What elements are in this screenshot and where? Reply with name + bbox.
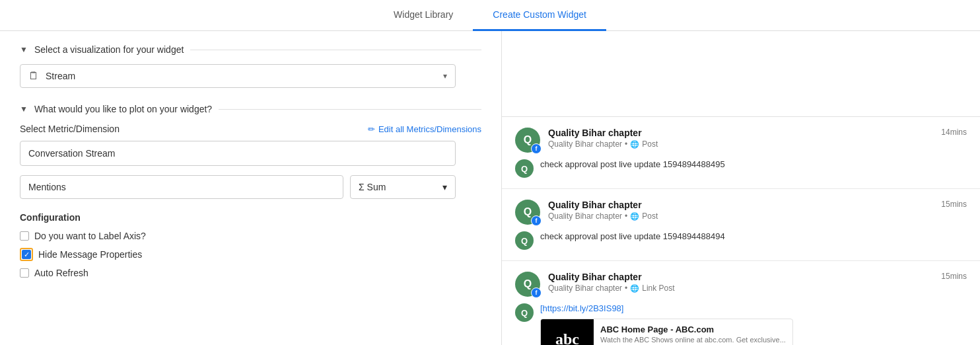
conv-message-row-2: Q check approval post live update 159489… — [515, 231, 967, 250]
stream-icon: 🗒 — [28, 70, 39, 82]
select-metric-label: Select Metric/Dimension — [20, 124, 120, 134]
section1-title: Select a visualization for your widget — [34, 44, 184, 55]
hide-message-row: Hide Message Properties — [20, 248, 481, 261]
section2-divider — [219, 109, 481, 110]
hide-message-highlight — [20, 248, 33, 261]
conv-sub-type-2: Post — [642, 211, 658, 221]
conv-message-row-3: Q [https://bit.ly/2B3IS98] abc ABC Home … — [515, 303, 967, 345]
conv-header-1: Q f Quality Bihar chapter Quality Bihar … — [515, 128, 967, 153]
visualization-section-header: ▼ Select a visualization for your widget — [20, 44, 481, 55]
mentions-dropdown[interactable]: Mentions — [20, 175, 343, 199]
auto-refresh-row: Auto Refresh — [20, 268, 481, 278]
metric-row: Mentions Σ Sum ▾ — [20, 175, 456, 199]
avatar-container-2: Q f — [515, 200, 540, 225]
visualization-section: ▼ Select a visualization for your widget… — [20, 44, 481, 88]
conversation-item-3: Q f Quality Bihar chapter Quality Bihar … — [502, 261, 980, 345]
preview-empty-area — [502, 31, 980, 117]
facebook-badge-letter-2: f — [536, 217, 538, 224]
auto-refresh-checkbox[interactable] — [20, 268, 29, 278]
conv-info-3: Quality Bihar chapter Quality Bihar chap… — [548, 272, 941, 293]
abc-logo-text: abc — [555, 330, 579, 346]
conv-name-1: Quality Bihar chapter — [548, 128, 941, 138]
facebook-badge-1: f — [531, 143, 542, 154]
avatar-container-1: Q f — [515, 128, 540, 153]
section1-arrow[interactable]: ▼ — [20, 45, 28, 54]
conv-message-2: check approval post live update 15948944… — [540, 231, 725, 241]
dot-sep-1: • — [625, 139, 627, 149]
conv-header-2: Q f Quality Bihar chapter Quality Bihar … — [515, 200, 967, 225]
tab-widget-library[interactable]: Widget Library — [374, 0, 473, 31]
pencil-icon: ✏ — [368, 124, 375, 134]
link-preview[interactable]: abc ABC Home Page - ABC.com Watch the AB… — [540, 319, 793, 345]
link-preview-text: ABC Home Page - ABC.com Watch the ABC Sh… — [594, 319, 792, 345]
conv-time-1: 14mins — [941, 128, 967, 137]
edit-link-text: Edit all Metrics/Dimensions — [378, 124, 481, 134]
dot-sep-3: • — [625, 284, 627, 293]
conv-time-3: 15mins — [941, 272, 967, 281]
conv-sub-type-3: Link Post — [642, 284, 674, 293]
visualization-dropdown[interactable]: 🗒 Stream ▾ — [20, 64, 456, 88]
sum-label: Σ Sum — [359, 182, 386, 192]
conv-message-1: check approval post live update 15948944… — [540, 159, 725, 169]
sum-chevron-icon: ▾ — [442, 182, 447, 192]
label-axis-label: Do you want to Label Axis? — [34, 231, 146, 241]
hide-message-checkbox[interactable] — [22, 250, 31, 259]
globe-icon-3: 🌐 — [630, 284, 639, 293]
conv-sub-2: Quality Bihar chapter • 🌐 Post — [548, 211, 941, 221]
globe-icon-1: 🌐 — [630, 140, 639, 149]
conv-info-2: Quality Bihar chapter Quality Bihar chap… — [548, 200, 941, 221]
conv-name-3: Quality Bihar chapter — [548, 272, 941, 282]
label-axis-checkbox[interactable] — [20, 231, 29, 241]
conv-message-3[interactable]: [https://bit.ly/2B3IS98] — [540, 303, 793, 313]
sum-dropdown[interactable]: Σ Sum ▾ — [350, 175, 456, 199]
link-title: ABC Home Page - ABC.com — [600, 325, 786, 334]
dot-sep-2: • — [625, 211, 627, 221]
facebook-badge-letter-3: f — [536, 289, 538, 296]
tab-create-custom[interactable]: Create Custom Widget — [473, 0, 606, 31]
conv-sub-name-1: Quality Bihar chapter — [548, 139, 622, 149]
section1-divider — [190, 50, 481, 50]
label-axis-row: Do you want to Label Axis? — [20, 231, 481, 241]
metric-label-row: Select Metric/Dimension ✏ Edit all Metri… — [20, 124, 481, 134]
facebook-badge-letter-1: f — [536, 145, 538, 152]
configuration-title: Configuration — [20, 212, 481, 223]
avatar-container-3: Q f — [515, 272, 540, 297]
abc-logo-image: abc — [541, 319, 594, 345]
section2-arrow[interactable]: ▼ — [20, 104, 28, 114]
hide-message-label: Hide Message Properties — [38, 249, 142, 260]
conv-message-row-1: Q check approval post live update 159489… — [515, 159, 967, 178]
edit-metrics-link[interactable]: ✏ Edit all Metrics/Dimensions — [368, 124, 481, 134]
conv-info-1: Quality Bihar chapter Quality Bihar chap… — [548, 128, 941, 149]
section2-title: What would you like to plot on your widg… — [34, 104, 212, 114]
globe-icon-2: 🌐 — [630, 212, 639, 221]
mentions-label: Mentions — [28, 182, 66, 192]
conversation-item-1: Q f Quality Bihar chapter Quality Bihar … — [502, 117, 980, 189]
conv-sub-3: Quality Bihar chapter • 🌐 Link Post — [548, 284, 941, 293]
conv-sub-type-1: Post — [642, 139, 658, 149]
conv-header-3: Q f Quality Bihar chapter Quality Bihar … — [515, 272, 967, 297]
conv-name-2: Quality Bihar chapter — [548, 200, 941, 210]
main-layout: ▼ Select a visualization for your widget… — [0, 31, 980, 345]
conv-time-2: 15mins — [941, 200, 967, 209]
msg-avatar-1: Q — [515, 159, 534, 178]
auto-refresh-label: Auto Refresh — [34, 268, 88, 278]
left-panel: ▼ Select a visualization for your widget… — [0, 31, 502, 345]
conv-sub-1: Quality Bihar chapter • 🌐 Post — [548, 139, 941, 149]
facebook-badge-3: f — [531, 288, 542, 298]
facebook-badge-2: f — [531, 215, 542, 226]
top-tabs: Widget Library Create Custom Widget — [0, 0, 980, 31]
msg-avatar-3: Q — [515, 303, 534, 322]
right-panel: Q f Quality Bihar chapter Quality Bihar … — [502, 31, 980, 345]
viz-label: Stream — [46, 71, 443, 81]
plot-section-header: ▼ What would you like to plot on your wi… — [20, 104, 481, 114]
conversation-stream-value: Conversation Stream — [20, 141, 456, 166]
link-desc: Watch the ABC Shows online at abc.com. G… — [600, 336, 786, 344]
conv-sub-name-3: Quality Bihar chapter — [548, 284, 622, 293]
chevron-down-icon: ▾ — [443, 71, 447, 81]
conv-sub-name-2: Quality Bihar chapter — [548, 211, 622, 221]
conversation-item-2: Q f Quality Bihar chapter Quality Bihar … — [502, 189, 980, 261]
msg-avatar-2: Q — [515, 231, 534, 250]
configuration-section: Configuration Do you want to Label Axis?… — [20, 212, 481, 278]
plot-section: ▼ What would you like to plot on your wi… — [20, 104, 481, 278]
